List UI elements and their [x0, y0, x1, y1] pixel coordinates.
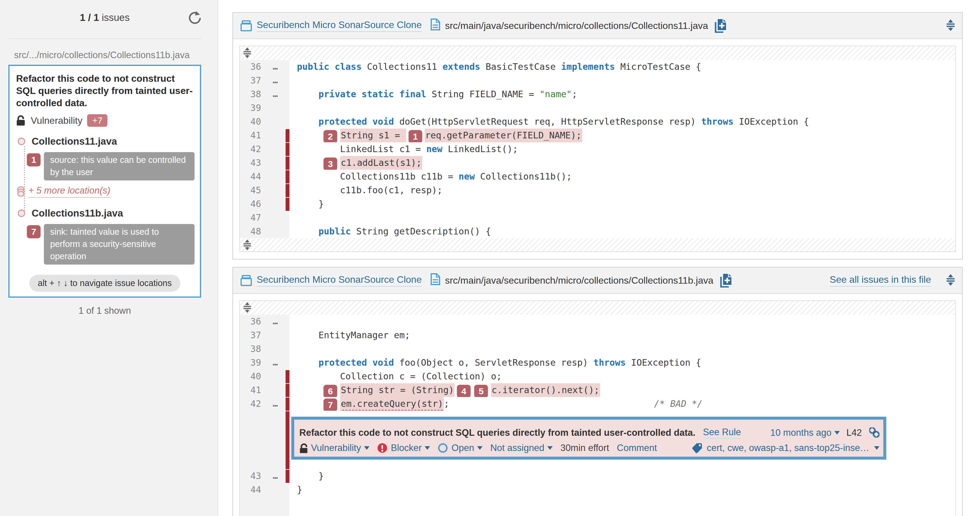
line-number[interactable]: 42 — [240, 142, 265, 156]
code-content: 3c1.addLast(s1); — [290, 156, 955, 170]
code-panel-collections11: Securibench Micro SonarSource Clonesrc/m… — [232, 12, 963, 259]
line-number[interactable]: 41 — [240, 129, 265, 142]
code-location-badge[interactable]: 7 — [323, 399, 337, 411]
code-location-badge[interactable]: 6 — [323, 385, 337, 397]
uncovered-line-marker — [286, 142, 290, 156]
line-number[interactable]: 36 — [240, 315, 265, 329]
line-number[interactable]: 43 — [240, 156, 265, 170]
line-number[interactable]: 38 — [240, 342, 265, 356]
line-number[interactable]: 37 — [240, 329, 265, 342]
comment-link[interactable]: Comment — [617, 443, 657, 453]
scm-info-cell[interactable] — [265, 329, 286, 342]
unfold-up-button[interactable] — [242, 47, 252, 59]
code-text: static — [362, 89, 394, 99]
line-number[interactable]: 43 — [240, 469, 265, 483]
scm-info-cell[interactable] — [265, 225, 286, 238]
uncovered-line-marker — [286, 129, 290, 142]
scm-info-cell[interactable] — [265, 142, 286, 156]
scm-info-cell[interactable] — [265, 101, 286, 115]
unfold-up-button[interactable] — [242, 302, 252, 314]
code-text: } — [297, 484, 302, 495]
code-location-badge[interactable]: 3 — [323, 157, 337, 170]
issue-severity-dropdown[interactable]: Blocker — [391, 443, 422, 453]
line-number[interactable]: 38 — [240, 87, 265, 101]
scm-info-cell[interactable] — [265, 183, 286, 197]
reload-button[interactable] — [188, 11, 202, 25]
location-number-badge[interactable]: 7 — [27, 225, 41, 238]
line-number[interactable]: 45 — [240, 183, 265, 197]
code-location-badge[interactable]: 5 — [474, 385, 488, 397]
issue-line-ref: L42 — [846, 427, 862, 438]
pin-file-button[interactable] — [715, 19, 728, 33]
issue-type-dropdown[interactable]: Vulnerability — [311, 443, 361, 453]
scm-info-cell[interactable] — [265, 370, 286, 383]
inline-issue-box[interactable]: Refactor this code to not construct SQL … — [291, 417, 886, 460]
line-number[interactable]: 39 — [240, 356, 265, 370]
sidebar-file-path: src/.../micro/collections/Collections11b… — [14, 50, 212, 60]
location-circle-icon — [18, 137, 25, 146]
scm-info-cell[interactable]: … — [265, 469, 286, 483]
panel-file-path: src/main/java/securibench/micro/collecti… — [445, 275, 713, 286]
line-number[interactable]: 40 — [240, 115, 265, 129]
scm-info-cell[interactable] — [265, 170, 286, 183]
location-row[interactable]: 7sink: tainted value is used to perform … — [27, 224, 194, 265]
unfold-down-button[interactable] — [242, 239, 252, 251]
scm-info-cell[interactable]: … — [265, 356, 286, 370]
line-number[interactable]: 36 — [240, 60, 265, 74]
line-number[interactable]: 44 — [240, 483, 265, 497]
location-row[interactable]: 1source: this value can be controlled by… — [27, 152, 194, 181]
scm-info-cell[interactable]: … — [265, 74, 286, 87]
scm-info-cell[interactable] — [265, 211, 286, 225]
code-content — [290, 497, 955, 516]
code-location-badge[interactable]: 4 — [457, 385, 471, 397]
scm-info-cell[interactable] — [265, 197, 286, 211]
vulnerability-unlock-icon — [299, 443, 307, 453]
issue-tags-dropdown[interactable]: cert, cwe, owasp-a1, sans-top25-inse… — [707, 443, 869, 453]
code-text: String getDescription() { — [351, 226, 491, 237]
blocker-severity-icon — [377, 443, 387, 453]
see-rule-link[interactable]: See Rule — [703, 427, 741, 439]
code-panel-collections11b: Securibench Micro SonarSource Clonesrc/m… — [232, 267, 963, 516]
code-text: foo(Object o, ServletResponse resp) — [394, 357, 593, 368]
line-number[interactable]: 46 — [240, 197, 265, 211]
expand-panel-button[interactable] — [945, 274, 956, 287]
line-number[interactable]: 44 — [240, 170, 265, 183]
code-text: EntityManager em; — [297, 330, 410, 340]
project-link[interactable]: Securibench Micro SonarSource Clone — [257, 274, 422, 287]
issue-assignee-dropdown[interactable]: Not assigned — [490, 443, 544, 453]
uncovered-line-marker — [286, 397, 290, 411]
scm-info-cell[interactable]: … — [265, 397, 286, 411]
issue-status-dropdown[interactable]: Open — [452, 443, 474, 453]
see-all-issues-link[interactable]: See all issues in this file — [830, 274, 931, 287]
line-number[interactable]: 47 — [240, 211, 265, 225]
project-link[interactable]: Securibench Micro SonarSource Clone — [257, 19, 422, 32]
code-text: Collections11b c11b = — [297, 171, 459, 182]
scm-info-cell[interactable] — [265, 483, 286, 497]
code-location-badge[interactable]: 1 — [409, 130, 422, 142]
line-number[interactable]: 37 — [240, 74, 265, 87]
line-number[interactable]: 41 — [240, 383, 265, 397]
issue-age-dropdown[interactable]: 10 months ago — [770, 427, 831, 438]
scm-info-cell[interactable] — [265, 129, 286, 142]
scm-info-cell[interactable]: … — [265, 60, 286, 74]
permalink-button[interactable] — [869, 427, 880, 438]
scm-info-cell[interactable]: … — [265, 315, 286, 329]
code-text — [297, 226, 318, 237]
line-number[interactable]: 42 — [240, 397, 265, 411]
pin-file-button[interactable] — [720, 273, 733, 287]
line-number[interactable]: 40 — [240, 370, 265, 383]
scm-info-cell[interactable] — [265, 383, 286, 397]
line-number[interactable]: 39 — [240, 101, 265, 115]
pin-file-icon — [715, 19, 728, 33]
more-locations-row[interactable]: + 5 more location(s) — [17, 185, 194, 198]
line-number[interactable]: 48 — [240, 225, 265, 238]
scm-info-cell[interactable] — [265, 342, 286, 356]
issue-card[interactable]: Refactor this code to not construct SQL … — [8, 65, 201, 298]
scm-info-cell[interactable] — [265, 115, 286, 129]
scm-info-cell[interactable] — [265, 156, 286, 170]
location-number-badge[interactable]: 1 — [27, 153, 41, 167]
scm-info-cell[interactable]: … — [265, 87, 286, 101]
code-location-badge[interactable]: 2 — [323, 130, 337, 142]
more-locations-link[interactable]: + 5 more location(s) — [29, 185, 110, 198]
expand-panel-button[interactable] — [945, 19, 956, 32]
